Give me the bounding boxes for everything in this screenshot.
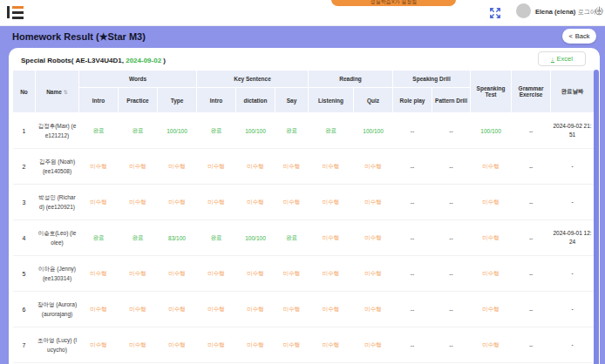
menu-icon[interactable] xyxy=(7,5,24,20)
result-cell: -- xyxy=(512,220,551,256)
logout-icon[interactable] xyxy=(595,6,604,16)
result-cell: -- xyxy=(432,113,471,149)
result-cell: -- xyxy=(393,185,432,220)
back-label: Back xyxy=(575,32,590,40)
result-cell: 미수행 xyxy=(119,292,158,327)
result-cell: 미수행 xyxy=(119,149,158,185)
sort-icon: ⇅ xyxy=(64,90,68,95)
result-cell: 미수행 xyxy=(309,220,354,256)
col-header-name[interactable]: Name⇅ xyxy=(36,71,79,113)
back-button[interactable]: <Back xyxy=(562,29,596,44)
results-table: No Name⇅ Words Key Sentence Reading Spea… xyxy=(12,70,595,363)
result-cell: 미수행 xyxy=(354,220,393,256)
top-bar: 성실학습X가 설정됨 Elena (elena) 로그아웃 xyxy=(0,0,605,26)
result-cell: 미수행 xyxy=(309,256,354,292)
table-row: 4이승호(Leo) (leolee)완료완료83/100완료100/100완료미… xyxy=(13,220,595,256)
table-row: 2김주원 (Noah) (ee140508)미수행미수행미수행미수행미수행미수행… xyxy=(13,149,595,185)
result-cell: 미수행 xyxy=(236,185,275,220)
result-cell: 미수행 xyxy=(79,327,119,363)
row-no: 4 xyxy=(13,220,36,256)
result-cell: 미수행 xyxy=(119,256,158,292)
result-cell: 완료 xyxy=(197,220,236,256)
result-cell: 미수행 xyxy=(309,327,354,363)
result-cell: -- xyxy=(432,292,471,327)
result-cell: 100/100 xyxy=(158,113,197,149)
row-no: 7 xyxy=(13,327,36,363)
row-no: 5 xyxy=(13,256,36,292)
result-cell: 미수행 xyxy=(197,292,236,327)
group-header-reading: Reading xyxy=(309,71,393,88)
result-cell: 완료 xyxy=(275,220,309,256)
user-name: Elena (elena) xyxy=(535,8,575,16)
col-header-complete-date: 완료날짜 xyxy=(551,71,595,113)
complete-date: 2024-09-01 12:24 xyxy=(551,220,595,256)
fullscreen-icon[interactable] xyxy=(489,7,501,19)
result-cell: -- xyxy=(432,149,471,185)
results-table-wrap: No Name⇅ Words Key Sentence Reading Spea… xyxy=(12,70,594,363)
col-header-quiz: Quiz xyxy=(354,88,393,113)
complete-date: - xyxy=(551,185,595,220)
notice-button[interactable]: 성실학습X가 설정됨 xyxy=(331,0,456,6)
result-cell: 완료 xyxy=(275,113,309,149)
result-cell: 미수행 xyxy=(471,256,512,292)
result-cell: 100/100 xyxy=(236,113,275,149)
table-row: 7조아영 (Lucy) (lucycho)미수행미수행미수행미수행미수행미수행미… xyxy=(13,327,595,363)
result-cell: 미수행 xyxy=(275,149,309,185)
result-cell: 미수행 xyxy=(471,220,512,256)
col-header-dictation: dictation xyxy=(236,88,275,113)
result-cell: -- xyxy=(432,185,471,220)
result-cell: -- xyxy=(512,292,551,327)
excel-export-button[interactable]: ↓Excel xyxy=(538,51,586,66)
result-cell: 미수행 xyxy=(309,292,354,327)
result-cell: 미수행 xyxy=(158,256,197,292)
back-chevron-icon: < xyxy=(568,32,572,40)
subtitle-prefix: Special Robots( AE-L3V4U4D1, xyxy=(21,57,126,64)
result-cell: 미수행 xyxy=(158,149,197,185)
result-cell: 미수행 xyxy=(79,256,119,292)
result-cell: 미수행 xyxy=(354,327,393,363)
result-cell: 미수행 xyxy=(236,292,275,327)
complete-date: - xyxy=(551,149,595,185)
col-header-role-play: Role play xyxy=(393,88,432,113)
student-name: 조아영 (Lucy) (lucycho) xyxy=(36,327,79,363)
result-cell: 83/100 xyxy=(158,220,197,256)
group-header-key-sentence: Key Sentence xyxy=(197,71,309,88)
result-cell: -- xyxy=(512,113,551,149)
result-cell: -- xyxy=(432,327,471,363)
result-cell: 미수행 xyxy=(197,256,236,292)
result-cell: -- xyxy=(512,327,551,363)
result-cell: 미수행 xyxy=(79,185,119,220)
subtitle-date: 2024-09-02 xyxy=(126,57,161,64)
complete-date: - xyxy=(551,256,595,292)
row-no: 3 xyxy=(13,185,36,220)
result-cell: 완료 xyxy=(79,113,119,149)
result-cell: 미수행 xyxy=(309,149,354,185)
col-header-speaking-test: Speanking Test xyxy=(471,71,512,113)
result-cell: 미수행 xyxy=(471,292,512,327)
result-cell: 미수행 xyxy=(236,327,275,363)
table-row: 5이하윤 (Jenny) (ee130314)미수행미수행미수행미수행미수행미수… xyxy=(13,256,595,292)
result-cell: 완료 xyxy=(197,113,236,149)
table-row: 3박성민 (Richard) (ee120921)미수행미수행미수행미수행미수행… xyxy=(13,185,595,220)
student-name: 박성민 (Richard) (ee120921) xyxy=(36,185,79,220)
result-cell: -- xyxy=(393,113,432,149)
subtitle-suffix: ) xyxy=(161,57,166,64)
vertical-scrollbar[interactable] xyxy=(594,70,599,364)
row-no: 6 xyxy=(13,292,36,327)
result-cell: 미수행 xyxy=(236,256,275,292)
col-header-say: Say xyxy=(275,88,309,113)
complete-date: - xyxy=(551,327,595,363)
result-cell: 미수행 xyxy=(197,149,236,185)
result-cell: -- xyxy=(512,149,551,185)
result-cell: 미수행 xyxy=(275,327,309,363)
result-cell: 미수행 xyxy=(236,149,275,185)
result-cell: -- xyxy=(393,327,432,363)
table-row: 1김정후(Max) (ee121212)완료완료100/100완료100/100… xyxy=(13,113,595,149)
result-cell: 미수행 xyxy=(354,256,393,292)
result-cell: 100/100 xyxy=(236,220,275,256)
user-avatar xyxy=(516,3,531,18)
student-name: 김주원 (Noah) (ee140508) xyxy=(36,149,79,185)
result-cell: 미수행 xyxy=(197,327,236,363)
result-cell: 미수행 xyxy=(275,292,309,327)
table-row: 6장아영 (Aurora) (aurorajang)미수행미수행미수행미수행미수… xyxy=(13,292,595,327)
